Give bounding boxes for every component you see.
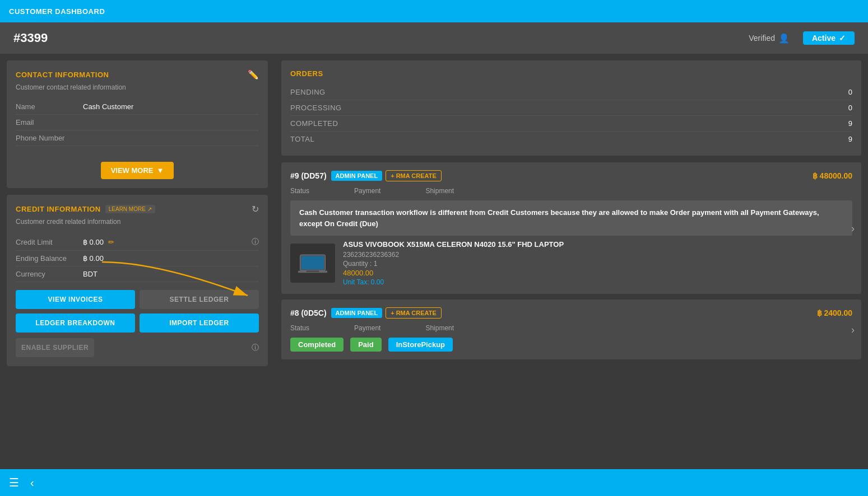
customer-id: #3399	[13, 31, 48, 45]
order-8-pickup-badge: InStorePickup	[388, 338, 453, 352]
order-8-id: #8 (0D5C)	[290, 308, 327, 317]
order-9-status-col: Status	[290, 187, 309, 195]
currency-value: BDT	[83, 270, 98, 278]
ledger-breakdown-button[interactable]: LEDGER BREAKDOWN	[16, 313, 135, 333]
order-8-paid-badge: Paid	[350, 338, 381, 352]
product-sku: 236236236236362	[343, 251, 852, 259]
order-8-statuses: Completed Paid InStorePickup	[290, 338, 852, 352]
right-panel: ORDERS PENDING 0 PROCESSING 0 COMPLETED …	[275, 54, 868, 469]
orders-completed-row: COMPLETED 9	[290, 116, 852, 132]
refresh-icon[interactable]: ↻	[252, 204, 259, 214]
credit-card: CREDIT INFORMATION LEARN MORE ↗ ↻ Custom…	[7, 195, 268, 366]
order-9-header: #9 (DD57) ADMIN PANEL + RMA CREATE ฿ 480…	[290, 170, 852, 181]
active-label: Active	[812, 34, 835, 43]
credit-header: CREDIT INFORMATION LEARN MORE ↗ ↻	[16, 204, 259, 214]
orders-processing-row: PROCESSING 0	[290, 100, 852, 116]
verified-label: Verified	[749, 34, 775, 43]
contact-header: CONTACT INFORMATION ✏️	[16, 69, 259, 80]
svg-rect-4	[307, 271, 319, 272]
import-ledger-button[interactable]: IMPORT LEDGER	[140, 313, 259, 333]
header-right: Verified 👤 Active ✓	[749, 31, 855, 45]
view-more-label: VIEW MORE	[111, 166, 154, 175]
order-9-rma-button[interactable]: + RMA CREATE	[386, 170, 442, 181]
verified-badge: Verified 👤	[749, 33, 790, 44]
left-panel: CONTACT INFORMATION ✏️ Customer contact …	[0, 54, 275, 469]
total-value: 9	[848, 135, 852, 143]
order-8-amount: ฿ 2400.00	[817, 308, 853, 317]
order-8-columns: Status Payment Shipment	[290, 324, 852, 332]
bottom-bar: ☰ ‹	[0, 469, 868, 496]
order-8-header: #8 (0D5C) ADMIN PANEL + RMA CREATE ฿ 240…	[290, 307, 852, 319]
order-9-chevron-icon[interactable]: ›	[851, 222, 855, 234]
contact-name-value: Cash Customer	[83, 102, 133, 111]
contact-phone-label: Phone Number	[16, 134, 83, 142]
top-bar: CUSTOMER DASHBOARD	[0, 0, 868, 22]
menu-icon[interactable]: ☰	[9, 476, 19, 489]
pending-label: PENDING	[290, 88, 326, 96]
credit-limit-info-icon[interactable]: ⓘ	[252, 237, 259, 247]
contact-subtitle: Customer contact related information	[16, 83, 259, 91]
enable-supplier-row: ENABLE SUPPLIER ⓘ	[16, 338, 259, 357]
pending-value: 0	[848, 88, 852, 96]
supplier-info-icon[interactable]: ⓘ	[252, 343, 259, 353]
svg-rect-2	[301, 256, 324, 269]
back-icon[interactable]: ‹	[30, 476, 34, 489]
ending-balance-value: ฿ 0.00	[83, 254, 104, 263]
order-8-id-row: #8 (0D5C) ADMIN PANEL + RMA CREATE	[290, 307, 442, 319]
contact-edit-button[interactable]: ✏️	[248, 69, 259, 80]
order-9-id: #9 (DD57)	[290, 171, 327, 180]
completed-label: COMPLETED	[290, 119, 338, 128]
order-9-payment-col: Payment	[354, 187, 380, 195]
settle-ledger-button[interactable]: SETTLE LEDGER	[140, 290, 259, 309]
orders-pending-row: PENDING 0	[290, 85, 852, 100]
contact-email-label: Email	[16, 118, 83, 127]
order-8-admin-badge[interactable]: ADMIN PANEL	[331, 308, 383, 318]
order-9-admin-badge[interactable]: ADMIN PANEL	[331, 171, 383, 181]
app-title: CUSTOMER DASHBOARD	[9, 7, 105, 16]
enable-supplier-button: ENABLE SUPPLIER	[16, 338, 94, 357]
order-8-chevron-icon[interactable]: ›	[851, 324, 855, 335]
order-9-amount: ฿ 48000.00	[813, 171, 852, 180]
header-row: #3399 Verified 👤 Active ✓	[0, 22, 868, 54]
order-9-shipment-col: Shipment	[425, 187, 454, 195]
order-9-product-info: ASUS VIVOBOOK X515MA CELERON N4020 15.6"…	[343, 240, 852, 286]
ending-balance-row: Ending Balance ฿ 0.00	[16, 251, 259, 266]
order-9-columns: Status Payment Shipment	[290, 187, 852, 195]
contact-name-label: Name	[16, 102, 83, 111]
order-8-status-col: Status	[290, 324, 309, 332]
credit-limit-edit-icon[interactable]: ✏	[108, 238, 114, 246]
order-8-completed-badge: Completed	[290, 338, 344, 352]
orders-total-row: TOTAL 9	[290, 132, 852, 147]
checkmark-icon: ✓	[839, 34, 846, 43]
credit-limit-label: Credit Limit	[16, 238, 83, 246]
view-more-button[interactable]: VIEW MORE ▼	[101, 162, 174, 179]
credit-limit-row: Credit Limit ฿ 0.00 ✏ ⓘ	[16, 233, 259, 251]
order-8-shipment-col: Shipment	[425, 324, 454, 332]
verified-icon: 👤	[778, 33, 790, 44]
orders-title: ORDERS	[290, 69, 852, 78]
contact-email-row: Email	[16, 115, 259, 130]
chevron-down-icon: ▼	[156, 166, 164, 175]
credit-limit-value-row: ฿ 0.00 ✏	[83, 238, 114, 246]
currency-row: Currency BDT	[16, 266, 259, 282]
contact-name-row: Name Cash Customer	[16, 99, 259, 115]
view-invoices-button[interactable]: VIEW INVOICES	[16, 290, 135, 309]
product-price: 48000.00	[343, 269, 852, 277]
contact-title: CONTACT INFORMATION	[16, 71, 109, 79]
order-9-info-message: Cash Customer transaction workflow is di…	[290, 200, 852, 236]
main-content: CONTACT INFORMATION ✏️ Customer contact …	[0, 54, 868, 469]
processing-value: 0	[848, 104, 852, 112]
order-8-rma-button[interactable]: + RMA CREATE	[386, 307, 442, 319]
credit-buttons: VIEW INVOICES SETTLE LEDGER LEDGER BREAK…	[16, 290, 259, 333]
completed-value: 9	[848, 119, 852, 128]
product-qty: Quantity : 1	[343, 260, 852, 268]
orders-card: ORDERS PENDING 0 PROCESSING 0 COMPLETED …	[281, 60, 861, 156]
product-name: ASUS VIVOBOOK X515MA CELERON N4020 15.6"…	[343, 240, 852, 249]
total-label: TOTAL	[290, 135, 314, 143]
credit-limit-value: ฿ 0.00	[83, 238, 104, 246]
order-8-payment-col: Payment	[354, 324, 380, 332]
learn-more-badge[interactable]: LEARN MORE ↗	[105, 205, 155, 213]
active-badge: Active ✓	[803, 31, 855, 45]
order-item-8: #8 (0D5C) ADMIN PANEL + RMA CREATE ฿ 240…	[281, 300, 861, 359]
contact-card: CONTACT INFORMATION ✏️ Customer contact …	[7, 60, 268, 188]
